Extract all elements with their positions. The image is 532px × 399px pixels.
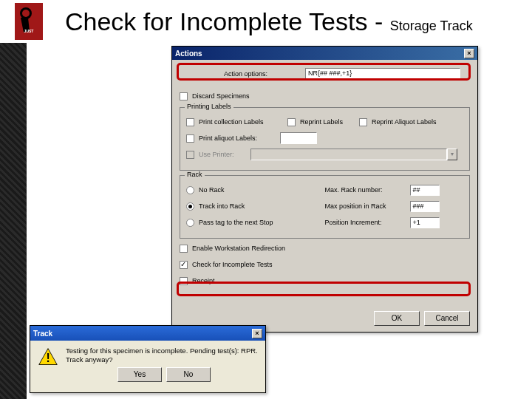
pass-tag-radio[interactable] (186, 219, 194, 227)
use-printer-checkbox (186, 151, 194, 159)
svg-point-2 (22, 10, 30, 17)
reprint-aliquot-checkbox[interactable] (359, 118, 367, 126)
actions-dialog: Actions × Action options: NR{## ###,+1} … (171, 46, 478, 332)
actions-title: Actions (175, 50, 202, 58)
print-collection-checkbox[interactable] (186, 118, 194, 126)
warning-icon: ! (38, 347, 58, 367)
reprint-labels-checkbox[interactable] (287, 118, 296, 126)
max-position-label: Max position in Rack (325, 202, 410, 210)
action-options-label: Action options: (224, 70, 305, 78)
print-aliquot-label: Print aliquot Labels: (199, 134, 280, 142)
check-incomplete-label: Check for Incomplete Tests (192, 261, 272, 268)
title-sub: Storage Track (390, 18, 473, 33)
ok-button[interactable]: OK (374, 311, 420, 326)
no-button[interactable]: No (166, 367, 211, 382)
print-collection-label: Print collection Labels (199, 118, 287, 126)
cancel-button[interactable]: Cancel (424, 311, 470, 326)
printing-labels-legend: Printing Labels (185, 103, 233, 110)
actions-titlebar[interactable]: Actions × (172, 47, 477, 60)
yes-button[interactable]: Yes (117, 367, 162, 382)
track-dialog: Track × ! Testing for this specimen is i… (30, 325, 266, 393)
track-into-rack-radio[interactable] (186, 202, 194, 211)
max-rack-field[interactable]: ## (410, 185, 440, 196)
print-aliquot-checkbox[interactable] (186, 134, 194, 143)
rack-legend: Rack (185, 171, 205, 178)
check-incomplete-checkbox[interactable] (180, 261, 188, 269)
track-into-rack-label: Track into Rack (199, 202, 245, 210)
enable-workstation-label: Enable Workstation Redirection (192, 245, 285, 252)
side-texture (0, 43, 27, 399)
track-message-line2: Track anyway? (66, 355, 258, 364)
action-options-field[interactable]: NR{## ###,+1} (305, 68, 460, 80)
track-title: Track (33, 330, 52, 338)
printer-combo: ▾ (250, 149, 457, 160)
rack-group: Rack No Rack Track into Rack Pass tag to… (180, 175, 470, 239)
printing-labels-group: Printing Labels Print collection Labels … (180, 107, 470, 171)
max-rack-label: Max. Rack number: (325, 186, 410, 194)
track-titlebar[interactable]: Track × (30, 326, 265, 341)
receipt-label: Receipt (192, 277, 215, 284)
brand-logo: JUST (15, 3, 43, 40)
enable-workstation-checkbox[interactable] (180, 245, 188, 253)
close-icon[interactable]: × (464, 49, 474, 58)
no-rack-radio[interactable] (186, 186, 194, 194)
position-increment-label: Position Increment: (325, 219, 410, 226)
svg-text:JUST: JUST (24, 29, 34, 33)
track-close-icon[interactable]: × (252, 329, 262, 338)
svg-text:!: ! (46, 352, 50, 364)
position-increment-field[interactable]: +1 (410, 217, 440, 228)
aliquot-count-field[interactable] (280, 132, 317, 144)
slide-title: Check for Incomplete Tests - Storage Tra… (65, 7, 473, 36)
max-position-field[interactable]: ### (410, 201, 440, 212)
title-main: Check for Incomplete Tests - (65, 7, 390, 35)
chevron-down-icon: ▾ (447, 149, 457, 160)
use-printer-label: Use Printer: (199, 151, 250, 158)
reprint-labels-label: Reprint Labels (300, 118, 359, 126)
pass-tag-label: Pass tag to the next Stop (199, 219, 273, 226)
discard-specimens-checkbox[interactable] (180, 92, 188, 100)
reprint-aliquot-label: Reprint Aliquot Labels (372, 118, 437, 126)
discard-specimens-label: Discard Specimens (192, 92, 250, 100)
no-rack-label: No Rack (199, 186, 225, 194)
track-message-line1: Testing for this specimen is incomplete.… (66, 347, 258, 355)
receipt-checkbox[interactable] (180, 277, 188, 285)
